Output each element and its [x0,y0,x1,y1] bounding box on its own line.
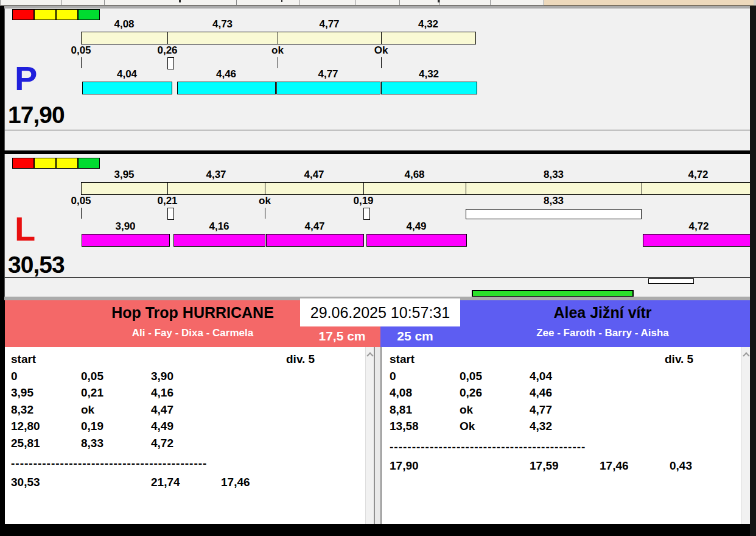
results-table-right: startdiv. 500,054,044,080,264,468,81ok4,… [390,351,746,524]
table-cell: 4,72 [151,435,173,452]
clock-datetime: 29.06.2025 10:57:31 [310,304,450,322]
course-letter: L [15,213,35,245]
penalty-gap-bar [466,209,642,219]
toolbar-button[interactable] [399,0,439,5]
table-total-cell: 30,53 [11,474,40,491]
table-cell: 4,04 [530,368,552,385]
status-light [12,158,34,169]
table-cell: 4,47 [151,401,173,418]
toolbar-button[interactable] [61,0,104,5]
course-total: 30,53 [8,253,65,277]
table-total-cell: 17,46 [600,457,629,474]
table-header-div: div. 5 [665,351,693,368]
toolbar-button[interactable] [0,0,61,5]
table-total-cell: 0,43 [670,457,692,474]
status-light [56,9,78,20]
table-total-cell: 17,46 [221,474,250,491]
split-value-label: 4,47 [304,169,324,180]
window-border-right [750,0,756,536]
toolbar [0,0,756,6]
course-total: 17,90 [8,103,65,127]
penalty-label: Ok [374,45,388,55]
table-total-cell: 17,59 [530,457,559,474]
table-splitter[interactable] [374,347,382,524]
toolbar-button[interactable] [355,0,399,5]
table-cell: 13,58 [390,418,419,435]
split-value-label: 4,73 [212,19,233,29]
scrollbar-up-chevron[interactable] [366,352,373,359]
table-separator-row: ----------------------------------------… [11,455,367,472]
table-row: 8,32ok4,47 [11,401,367,418]
penalty-gap-box [167,57,174,69]
penalty-label: ok [259,196,271,206]
status-light [34,9,56,20]
penalty-label: 0,19 [353,196,373,206]
run-value-label: 4,47 [304,221,324,231]
penalty-gap-box [363,208,370,220]
table-cell: Ok [460,418,475,435]
split-bar-segment [167,32,278,44]
split-bar-segment [265,182,364,195]
run-value-label: 4,04 [117,69,137,79]
results-table-left: startdiv. 500,053,903,950,214,168,32ok4,… [11,351,367,524]
split-value-label: 4,32 [418,19,438,29]
split-bar-segment [167,182,265,195]
table-cell: 4,46 [530,384,552,401]
status-light [78,158,100,169]
run-bar-segment [177,82,276,94]
toolbar-beige-area [544,0,754,5]
penalty-label: 0,05 [71,196,91,206]
panel-p-footer-strip [4,130,752,150]
toolbar-button[interactable] [490,0,544,5]
clock-box: 29.06.2025 10:57:31 [300,298,460,326]
run-value-label: 4,46 [216,69,236,79]
course-letter: P [15,62,37,95]
marker-white-box [648,278,694,284]
team-name: Alea Jižní vítr [417,304,756,322]
run-bar-segment [381,82,477,94]
table-header-row: startdiv. 5 [390,351,746,368]
table-cell: 8,81 [390,401,412,418]
penalty-label: 0,05 [71,45,91,55]
table-cell: 4,32 [530,418,552,435]
table-row: 3,950,214,16 [11,384,367,401]
run-bar-segment [643,234,755,247]
penalty-tick [81,208,82,219]
penalty-tick [381,57,382,68]
toolbar-button[interactable] [104,0,236,5]
penalty-label: ok [271,45,284,55]
split-bar-segment [381,32,476,44]
table-cell: 12,80 [11,418,40,435]
status-light [34,158,56,169]
split-value-label: 4,37 [206,169,226,180]
run-value-label: 4,49 [406,221,426,231]
team-height-badge: 25 cm [397,329,433,344]
table-cell: 8,33 [81,435,103,452]
cutoff-glyph-mark [281,0,282,2]
table-cell: ok [81,401,94,418]
split-value-label: 4,72 [688,169,708,180]
table-cell: 4,77 [530,401,552,418]
table-header-row: startdiv. 5 [11,351,367,368]
table-row: 00,053,90 [11,368,367,385]
table-header-div: div. 5 [286,351,315,368]
table-cell: 0,21 [81,384,103,401]
run-bar-segment [266,234,364,247]
penalty-tick [81,57,82,68]
toolbar-button[interactable] [236,0,299,5]
team-members: Zee - Faroth - Barry - Aisha [417,327,756,339]
run-value-label: 4,32 [419,69,439,79]
status-lights [12,9,100,20]
run-bar-segment [82,234,170,247]
table-separator: ----------------------------------------… [390,439,586,456]
toolbar-button[interactable] [439,0,490,5]
table-cell: 0 [390,368,396,385]
timing-panel-l: 3,954,374,474,688,334,720,050,21ok0,198,… [4,154,752,277]
window-border-left [0,0,4,536]
cutoff-glyph-mark [179,0,181,2]
toolbar-button[interactable] [299,0,355,5]
penalty-label: 8,33 [544,196,564,206]
table-header-start: start [390,351,415,368]
timing-panel-p: 4,084,734,774,320,050,26okOk4,044,464,77… [4,9,752,130]
table-cell: 0 [11,368,18,385]
